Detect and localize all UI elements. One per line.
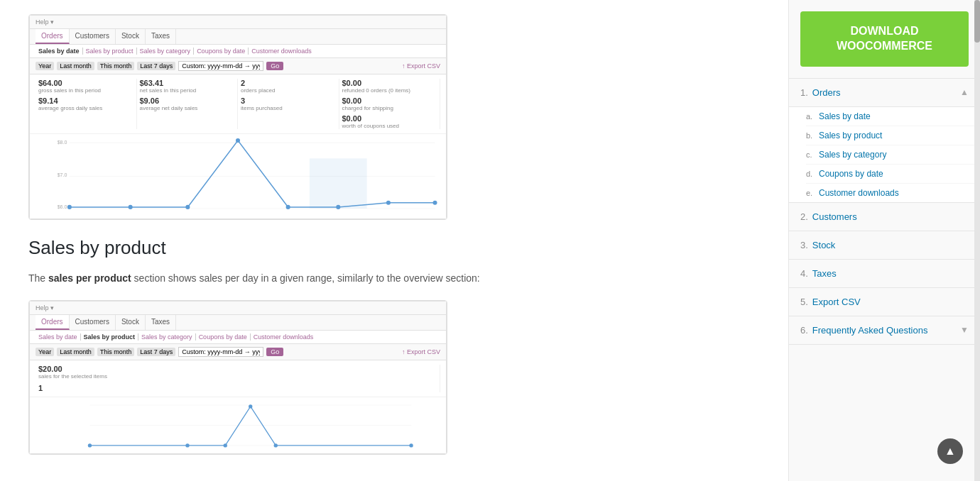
section-text-prefix: The — [28, 272, 48, 284]
nav-tab-taxes-2[interactable]: Taxes — [146, 315, 176, 330]
toc-number-customers: 2. — [800, 211, 808, 222]
svg-point-12 — [386, 201, 391, 205]
download-woocommerce-btn[interactable]: DOWNLOAD WOOCOMMERCE — [800, 11, 969, 67]
sub-tab-salesbyproduct-1[interactable]: Sales by product — [83, 48, 137, 55]
date-input-1[interactable] — [178, 61, 263, 71]
screenshot-1: Help ▾ Orders Customers Stock Taxes Sale… — [28, 14, 447, 220]
date-input-2[interactable] — [178, 347, 263, 357]
sub-tab-salesbydate-2[interactable]: Sales by date — [36, 333, 81, 341]
toc-sub-salesbydate[interactable]: a. Sales by date — [806, 107, 980, 126]
go-btn-1[interactable]: Go — [266, 62, 283, 70]
report-header-1: Help ▾ — [30, 16, 446, 29]
export-csv-2[interactable]: ↑ Export CSV — [402, 348, 440, 355]
download-btn-line2: WOOCOMMERCE — [837, 40, 932, 52]
sub-tab-salesbycategory-1[interactable]: Sales by category — [137, 48, 195, 55]
section-text: The sales per product section shows sale… — [28, 270, 760, 286]
stat-shipping-label: charged for shipping — [342, 105, 435, 111]
stat-sales-selected-label: sales for the selected items — [38, 373, 434, 380]
year-btn-1[interactable]: Year — [36, 62, 54, 70]
toc-item-faq[interactable]: 6. Frequently Asked Questions ▼ — [789, 316, 980, 345]
toc-item-stock[interactable]: 3. Stock — [789, 231, 980, 260]
svg-point-18 — [88, 444, 92, 448]
toc-item-customers[interactable]: 2. Customers — [789, 203, 980, 231]
date-bar-2: Year Last month This month Last 7 days G… — [30, 344, 446, 360]
toc-item-stock-label: 3. Stock — [800, 240, 835, 250]
sub-tab-customerdownloads-1[interactable]: Customer downloads — [249, 48, 315, 55]
sub-tab-couponsbydate-1[interactable]: Coupons by date — [194, 48, 249, 55]
svg-text:$6.0: $6.0 — [58, 204, 67, 209]
toc: 1. Orders ▲ a. Sales by date b. Sales by… — [789, 78, 980, 345]
sub-tab-salesbydate-1[interactable]: Sales by date — [36, 48, 83, 55]
scrollbar-thumb[interactable] — [974, 0, 980, 43]
stat-items-value: 3 — [241, 96, 333, 105]
nav-tab-taxes-1[interactable]: Taxes — [146, 29, 176, 44]
stats-area-2: $20.00 sales for the selected items 1 — [30, 360, 446, 397]
go-btn-2[interactable]: Go — [266, 348, 283, 356]
stat-net-label: net sales in this period — [140, 87, 232, 94]
toc-sub-letter-c: c. — [806, 150, 815, 159]
export-csv-1[interactable]: ↑ Export CSV — [402, 62, 440, 70]
last7days-btn-2[interactable]: Last 7 days — [137, 348, 175, 356]
toc-number-taxes: 4. — [800, 268, 808, 279]
stat-sales-selected-value: $20.00 — [38, 365, 434, 373]
stat-net-value: $63.41 — [140, 79, 232, 87]
lastmonth-btn-1[interactable]: Last month — [57, 62, 94, 70]
report-header-2: Help ▾ — [30, 302, 446, 315]
toc-label-faq: Frequently Asked Questions — [812, 325, 928, 336]
thismonth-btn-1[interactable]: This month — [97, 62, 135, 70]
scroll-top-button[interactable]: ▲ — [937, 438, 963, 464]
toc-item-exportcsv-label: 5. Export CSV — [800, 297, 861, 307]
toc-sub-salesbyproduct[interactable]: b. Sales by product — [806, 126, 980, 145]
nav-tab-stock-1[interactable]: Stock — [116, 29, 146, 44]
stat-items-label: items purchased — [241, 105, 333, 111]
last7days-btn-1[interactable]: Last 7 days — [137, 62, 175, 70]
toc-item-orders[interactable]: 1. Orders ▲ — [789, 79, 980, 107]
toc-sub-label-salesbycategory: Sales by category — [819, 150, 886, 160]
svg-text:$8.0: $8.0 — [58, 140, 67, 145]
toc-sub-couponsbydate[interactable]: d. Coupons by date — [806, 165, 980, 184]
stat-gross-label: gross sales in this period — [38, 87, 131, 94]
toc-label-orders: Orders — [812, 87, 841, 98]
toc-sub-salesbycategory[interactable]: c. Sales by category — [806, 145, 980, 165]
toc-sub-customerdownloads[interactable]: e. Customer downloads — [806, 184, 980, 202]
stat-coupons-label: worth of coupons used — [342, 123, 435, 129]
sub-tab-salesbyproduct-2[interactable]: Sales by product — [81, 333, 139, 341]
stat-sales-selected: $20.00 sales for the selected items 1 — [36, 365, 440, 392]
chart-area-2 — [30, 397, 446, 453]
toc-number-faq: 6. — [800, 325, 808, 336]
svg-point-8 — [185, 205, 190, 209]
help-label-1: Help ▾ — [36, 18, 54, 26]
nav-tab-stock-2[interactable]: Stock — [116, 315, 146, 330]
stat-count-value: 1 — [38, 384, 434, 392]
lastmonth-btn-2[interactable]: Last month — [57, 348, 94, 356]
stats-area-1: $64.00 gross sales in this period $9.14 … — [30, 74, 446, 133]
sub-tab-salesbycategory-2[interactable]: Sales by category — [138, 333, 196, 341]
stat-coupons-value: $0.00 — [342, 114, 435, 123]
year-btn-2[interactable]: Year — [36, 348, 54, 356]
stat-gross-value: $64.00 — [38, 79, 131, 87]
scrollbar[interactable] — [974, 0, 980, 481]
nav-tab-orders-1[interactable]: Orders — [36, 29, 70, 44]
stat-refunds: $0.00 refunded 0 orders (0 items) $0.00 … — [339, 79, 441, 129]
thismonth-btn-2[interactable]: This month — [97, 348, 135, 356]
nav-tab-customers-1[interactable]: Customers — [70, 29, 116, 44]
main-content: Help ▾ Orders Customers Stock Taxes Sale… — [0, 0, 788, 481]
svg-point-13 — [432, 201, 437, 205]
svg-point-7 — [129, 205, 133, 209]
toc-item-taxes[interactable]: 4. Taxes — [789, 260, 980, 288]
toc-item-exportcsv[interactable]: 5. Export CSV — [789, 288, 980, 316]
sub-tab-couponsbydate-2[interactable]: Coupons by date — [196, 333, 251, 341]
stat-shipping-value: $0.00 — [342, 96, 435, 105]
toc-item-customers-label: 2. Customers — [800, 211, 857, 222]
toc-item-taxes-label: 4. Taxes — [800, 268, 837, 279]
nav-tabs-1: Orders Customers Stock Taxes — [30, 29, 446, 45]
wc-report-1: Help ▾ Orders Customers Stock Taxes Sale… — [29, 15, 447, 219]
download-btn-line1: DOWNLOAD — [851, 25, 919, 37]
svg-text:$7.0: $7.0 — [58, 172, 67, 177]
nav-tab-customers-2[interactable]: Customers — [70, 315, 116, 330]
sub-tab-customerdownloads-2[interactable]: Customer downloads — [251, 333, 317, 341]
toc-sub-label-couponsbydate: Coupons by date — [819, 169, 883, 179]
toc-item-orders-label: 1. Orders — [800, 87, 841, 98]
nav-tab-orders-2[interactable]: Orders — [36, 315, 70, 330]
toc-item-faq-label: 6. Frequently Asked Questions — [800, 325, 927, 336]
